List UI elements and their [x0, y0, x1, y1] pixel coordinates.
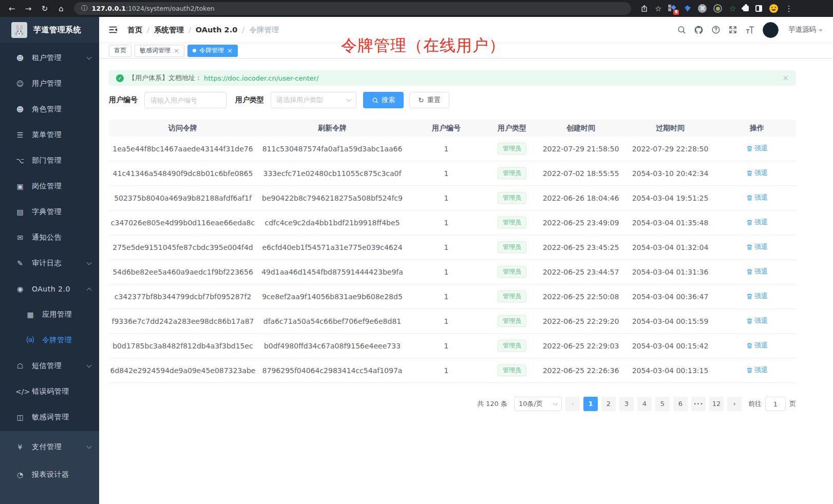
app-logo-row[interactable]: 🐰 芋道管理系统	[0, 17, 99, 43]
page-size-select[interactable]: 10条/页	[514, 397, 562, 411]
recorder-extension-icon[interactable]	[713, 4, 722, 13]
browser-chrome: ← → ↻ ⌂ ⓘ 127.0.0.1:1024/system/oauth2/t…	[0, 0, 833, 17]
force-logout-button[interactable]: 强退	[746, 341, 768, 350]
refresh-token-cell: b0df4980ffd34c67a08f9156e4eee733	[257, 342, 408, 350]
command-extension-icon[interactable]: ⌘	[698, 4, 707, 13]
page-ellipsis[interactable]: •••	[691, 397, 706, 411]
star-extension-icon[interactable]: ☆	[729, 4, 736, 13]
page-number-button[interactable]: 5	[655, 397, 670, 411]
force-logout-button[interactable]: 强退	[746, 365, 768, 375]
breadcrumb-item[interactable]: OAuth 2.0	[196, 26, 237, 34]
sidebar-item-tenant-management[interactable]: ☻租户管理	[0, 45, 99, 71]
sidebar-item-notice-management[interactable]: ✉通知公告	[0, 225, 99, 250]
sidebar-item-label: 敏感词管理	[32, 413, 91, 422]
user-type-select[interactable]: 请选择用户类型	[271, 92, 356, 108]
force-logout-button[interactable]: 强退	[746, 218, 768, 227]
force-logout-label: 强退	[754, 168, 768, 178]
browser-back-icon[interactable]: ←	[5, 4, 18, 13]
address-bar[interactable]: ⓘ 127.0.0.1:1024/system/oauth2/token	[74, 2, 631, 15]
page-number-button[interactable]: 3	[619, 397, 634, 411]
sidebar-item-report-designer[interactable]: ◔报表设计器	[0, 461, 99, 489]
announcement-icon: ✉	[15, 234, 25, 242]
force-logout-label: 强退	[754, 193, 768, 202]
browser-reload-icon[interactable]: ↻	[38, 4, 51, 13]
user-type-cell: 管理员	[485, 217, 539, 228]
user-menu[interactable]: 芋道源码	[786, 25, 823, 34]
action-cell: 强退	[718, 365, 796, 375]
user-type-placeholder: 请选择用户类型	[276, 95, 323, 105]
sidebar-item-audit-log[interactable]: ✎审计日志	[0, 250, 99, 276]
breadcrumb-item[interactable]: 系统管理	[154, 25, 184, 35]
force-logout-button[interactable]: 强退	[746, 193, 768, 202]
force-logout-button[interactable]: 强退	[746, 316, 768, 325]
next-page-button[interactable]: ›	[727, 397, 742, 411]
page-number-button[interactable]: 12	[709, 397, 724, 411]
user-id-input[interactable]	[144, 92, 226, 108]
profile-emoji-avatar[interactable]	[769, 4, 779, 13]
share-icon[interactable]	[640, 5, 648, 12]
page-number-button[interactable]: 2	[601, 397, 616, 411]
sidebar-item-dict-management[interactable]: ▤字典管理	[0, 199, 99, 225]
sidebar-item-error-code-management[interactable]: </>错误码管理	[0, 379, 99, 404]
force-logout-button[interactable]: 强退	[746, 292, 768, 301]
tab-close-icon[interactable]: ×	[227, 47, 233, 54]
tab-敏感词管理[interactable]: 敏感词管理×	[135, 45, 184, 57]
collapse-sidebar-icon[interactable]	[108, 25, 118, 35]
sidebar-item-sensitive-word-management[interactable]: ◫敏感词管理	[0, 404, 99, 430]
user-icon: ☺	[15, 80, 25, 88]
trash-icon	[746, 318, 753, 324]
gem-extension-icon[interactable]	[684, 5, 691, 12]
sidebar-item-post-management[interactable]: ▣岗位管理	[0, 173, 99, 199]
force-logout-label: 强退	[754, 242, 768, 251]
user-id-label: 用户编号	[109, 95, 138, 105]
browser-home-icon[interactable]: ⌂	[54, 4, 68, 13]
github-icon[interactable]	[694, 25, 704, 35]
refresh-token-cell: e6cfd40eb1f54571a31e775e039c4624	[257, 243, 408, 251]
edit-log-icon: ✎	[15, 259, 25, 267]
browser-forward-icon[interactable]: →	[22, 4, 35, 13]
force-logout-button[interactable]: 强退	[746, 168, 768, 178]
expire-time-cell: 2054-03-04 01:32:04	[622, 243, 718, 251]
sidebar-item-oauth2[interactable]: ◉OAuth 2.0	[0, 276, 99, 302]
sidebar-item-oauth2-app-management[interactable]: ▦应用管理	[0, 302, 99, 327]
bookmark-star-icon[interactable]: ☆	[655, 4, 661, 13]
reset-button[interactable]: ↻ 重置	[409, 92, 449, 108]
page-number-button[interactable]: 6	[673, 397, 688, 411]
prev-page-button[interactable]: ‹	[565, 397, 580, 411]
sidebar-item-dept-management[interactable]: ⌥部门管理	[0, 148, 99, 173]
browser-menu-dots-icon[interactable]: ⋮	[785, 4, 793, 13]
sidebar-item-menu-management[interactable]: ☰菜单管理	[0, 122, 99, 148]
page-number-button[interactable]: 4	[637, 397, 652, 411]
split-view-icon[interactable]	[755, 5, 762, 12]
extension-icon[interactable]: 9	[668, 5, 677, 12]
user-avatar[interactable]	[763, 22, 779, 38]
puzzle-extensions-icon[interactable]	[743, 6, 749, 11]
page-number-button[interactable]: 1	[583, 397, 598, 411]
force-logout-button[interactable]: 强退	[746, 242, 768, 251]
force-logout-button[interactable]: 强退	[746, 144, 768, 153]
force-logout-button[interactable]: 强退	[746, 267, 768, 276]
badge-icon: ▣	[15, 182, 25, 190]
user-type-badge: 管理员	[498, 266, 526, 278]
breadcrumb-item[interactable]: 令牌管理	[249, 25, 279, 35]
sidebar-item-sms-management[interactable]: ☖短信管理	[0, 353, 99, 379]
tab-close-icon[interactable]: ×	[174, 47, 179, 54]
alert-close-icon[interactable]: ×	[782, 73, 789, 83]
tab-首页[interactable]: 首页	[109, 45, 131, 57]
doc-link[interactable]: https://doc.iocoder.cn/user-center/	[204, 74, 318, 82]
site-info-icon[interactable]: ⓘ	[81, 4, 88, 13]
fullscreen-icon[interactable]	[728, 25, 737, 34]
help-icon[interactable]	[711, 25, 721, 34]
user-id-cell: 1	[408, 317, 485, 325]
sidebar-item-role-management[interactable]: ☻角色管理	[0, 96, 99, 122]
sidebar-item-oauth2-token-management[interactable]: ⒜令牌管理	[0, 327, 99, 353]
search-button[interactable]: 搜索	[363, 92, 404, 108]
search-icon[interactable]	[677, 25, 686, 34]
access-token-cell: b0d1785bc3a8482f812db4a3f3bd15ec	[109, 342, 257, 350]
jump-page-input[interactable]	[765, 397, 786, 411]
font-size-icon[interactable]	[745, 25, 755, 35]
sidebar-item-pay-management[interactable]: ¥支付管理	[0, 433, 99, 461]
breadcrumb-item[interactable]: 首页	[127, 25, 142, 35]
tab-令牌管理[interactable]: 令牌管理×	[187, 45, 238, 57]
sidebar-item-user-management[interactable]: ☺用户管理	[0, 71, 99, 96]
